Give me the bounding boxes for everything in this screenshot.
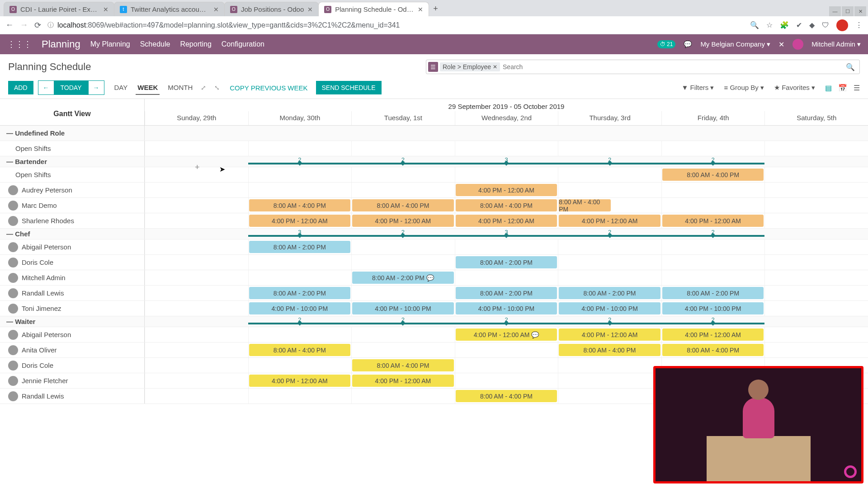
- gantt-cell[interactable]: [455, 343, 558, 357]
- gantt-cell[interactable]: [455, 270, 558, 285]
- ext1-icon[interactable]: 🧩: [780, 21, 789, 29]
- gantt-cell[interactable]: [145, 343, 248, 357]
- gantt-cell[interactable]: [145, 239, 248, 254]
- gantt-cell[interactable]: [661, 270, 765, 285]
- shift-slot[interactable]: 8:00 AM - 4:00 PM: [352, 359, 454, 371]
- gantt-cell[interactable]: [558, 373, 661, 388]
- gantt-cell[interactable]: [558, 389, 661, 404]
- resource-row[interactable]: Toni Jimenez: [0, 301, 145, 316]
- list-view-icon[interactable]: ☰: [854, 84, 860, 92]
- scale-option[interactable]: DAY: [113, 81, 130, 95]
- gantt-cell[interactable]: [764, 270, 868, 285]
- group-row[interactable]: — Undefined Role: [0, 126, 145, 141]
- shift-slot[interactable]: 8:00 AM - 2:00 PM 💬: [352, 272, 454, 284]
- url-field[interactable]: ⓘ localhost:8069/web#action=497&model=pl…: [47, 21, 744, 29]
- resource-row[interactable]: Randall Lewis: [0, 389, 145, 404]
- shift-slot[interactable]: 8:00 AM - 4:00 PM: [249, 344, 351, 356]
- new-tab-button[interactable]: +: [429, 1, 443, 16]
- scale-option[interactable]: WEEK: [136, 81, 160, 95]
- gantt-cell[interactable]: [351, 327, 455, 342]
- shift-slot[interactable]: 4:00 PM - 10:00 PM: [249, 302, 351, 314]
- gantt-cell[interactable]: [351, 286, 455, 300]
- gantt-cell[interactable]: [248, 255, 352, 270]
- gantt-cell[interactable]: [351, 239, 455, 254]
- resource-row[interactable]: Marc Demo: [0, 198, 145, 213]
- shift-slot[interactable]: 4:00 PM - 12:00 AM: [249, 215, 351, 227]
- shift-slot[interactable]: 8:00 AM - 2:00 PM: [662, 287, 764, 299]
- user-menu[interactable]: Mitchell Admin ▾: [811, 40, 861, 48]
- gantt-cell[interactable]: [145, 213, 248, 228]
- expand-icon[interactable]: ⤢: [199, 84, 208, 91]
- shift-slot[interactable]: 8:00 AM - 4:00 PM: [559, 344, 660, 356]
- add-button[interactable]: ADD: [8, 81, 33, 94]
- shift-slot[interactable]: 8:00 AM - 2:00 PM: [249, 287, 351, 299]
- resource-row[interactable]: Anita Oliver: [0, 343, 145, 357]
- gantt-cell[interactable]: [764, 327, 868, 342]
- back-button[interactable]: ←: [5, 20, 14, 30]
- browser-tab[interactable]: OCDI - Laurie Poiret - Experien✕: [4, 2, 114, 16]
- profile-avatar[interactable]: [836, 19, 848, 31]
- gantt-cell[interactable]: [145, 358, 248, 373]
- menu-icon[interactable]: ⋮: [855, 21, 863, 29]
- shift-slot[interactable]: 4:00 PM - 12:00 AM: [662, 328, 764, 341]
- gantt-cell[interactable]: [248, 270, 352, 285]
- gantt-cell[interactable]: [455, 358, 558, 373]
- add-slot-icon[interactable]: +: [195, 163, 200, 172]
- tab-close-icon[interactable]: ✕: [418, 6, 423, 13]
- resource-row[interactable]: Abigail Peterson: [0, 239, 145, 254]
- window-close[interactable]: ✕: [854, 6, 866, 16]
- tab-close-icon[interactable]: ✕: [103, 6, 108, 13]
- gantt-cell[interactable]: [351, 141, 455, 156]
- browser-tab[interactable]: OPlanning Schedule - Odoo✕: [318, 2, 429, 16]
- shift-slot[interactable]: 8:00 AM - 4:00 PM: [249, 199, 351, 211]
- shift-slot[interactable]: 4:00 PM - 10:00 PM: [456, 302, 557, 314]
- gantt-cell[interactable]: [455, 239, 558, 254]
- gantt-cell[interactable]: [558, 239, 661, 254]
- shift-slot[interactable]: 4:00 PM - 10:00 PM: [559, 302, 660, 314]
- group-row[interactable]: — Waiter: [0, 316, 145, 327]
- shift-slot[interactable]: 8:00 AM - 4:00 PM: [559, 199, 610, 211]
- shift-slot[interactable]: 8:00 AM - 4:00 PM: [456, 390, 557, 402]
- shift-slot[interactable]: 4:00 PM - 12:00 AM: [456, 215, 557, 227]
- gantt-cell[interactable]: [248, 141, 352, 156]
- gantt-cell[interactable]: [558, 270, 661, 285]
- gantt-cell[interactable]: [145, 183, 248, 197]
- gantt-cell[interactable]: [764, 213, 868, 228]
- shift-slot[interactable]: 4:00 PM - 12:00 AM: [352, 375, 454, 387]
- shift-slot[interactable]: 4:00 PM - 12:00 AM: [456, 184, 557, 196]
- shift-slot[interactable]: 8:00 AM - 4:00 PM: [662, 169, 764, 181]
- gantt-cell[interactable]: [248, 358, 352, 373]
- app-menu-item[interactable]: Configuration: [222, 40, 264, 48]
- gantt-cell[interactable]: [145, 270, 248, 285]
- collapse-icon[interactable]: ⤡: [212, 84, 222, 91]
- gantt-cell[interactable]: [764, 343, 868, 357]
- gantt-cell[interactable]: [351, 167, 455, 182]
- browser-tab[interactable]: OJob Positions - Odoo✕: [224, 2, 319, 16]
- shift-slot[interactable]: 8:00 AM - 2:00 PM: [559, 287, 660, 299]
- groupby-menu[interactable]: ≡ Group By ▾: [724, 84, 764, 92]
- resource-row[interactable]: Randall Lewis: [0, 286, 145, 300]
- resource-row[interactable]: Mitchell Admin: [0, 270, 145, 285]
- search-icon[interactable]: 🔍: [843, 63, 858, 71]
- gantt-cell[interactable]: [455, 167, 558, 182]
- resource-row[interactable]: Open Shifts: [0, 141, 145, 156]
- gantt-cell[interactable]: [248, 327, 352, 342]
- gantt-cell[interactable]: [764, 183, 868, 197]
- app-menu-item[interactable]: Reporting: [180, 40, 211, 48]
- gantt-cell[interactable]: [764, 198, 868, 213]
- gantt-cell[interactable]: [351, 389, 455, 404]
- shift-slot[interactable]: 4:00 PM - 12:00 AM: [352, 215, 454, 227]
- resource-row[interactable]: Sharlene Rhodes: [0, 213, 145, 228]
- gantt-cell[interactable]: [145, 301, 248, 316]
- resource-row[interactable]: Doris Cole: [0, 358, 145, 373]
- search-options-icon[interactable]: ☰: [428, 62, 438, 72]
- gantt-cell[interactable]: [558, 141, 661, 156]
- window-minimize[interactable]: —: [829, 6, 841, 16]
- gantt-cell[interactable]: [351, 255, 455, 270]
- ext3-icon[interactable]: ◆: [809, 21, 815, 29]
- gantt-cell[interactable]: [661, 141, 765, 156]
- gantt-cell[interactable]: [661, 183, 765, 197]
- resource-row[interactable]: Audrey Peterson: [0, 183, 145, 197]
- shift-slot[interactable]: 8:00 AM - 2:00 PM: [456, 256, 557, 268]
- group-row[interactable]: — Bartender: [0, 156, 145, 167]
